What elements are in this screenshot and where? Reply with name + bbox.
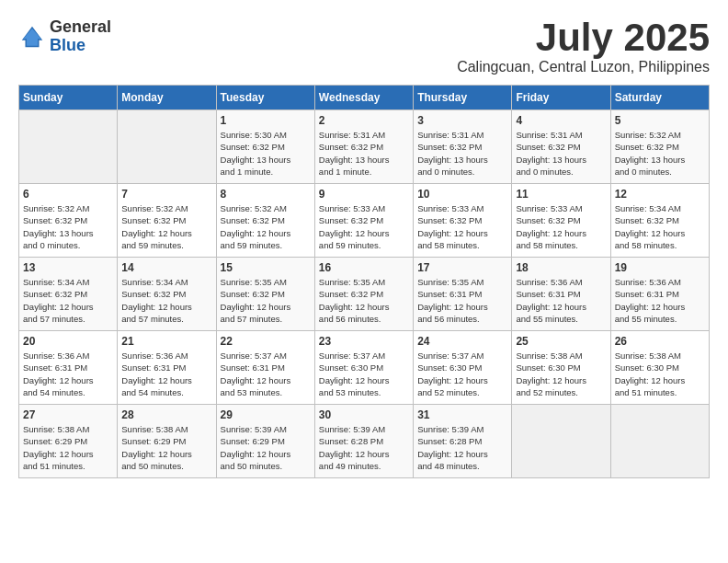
cell-info-text: Sunrise: 5:31 AM Sunset: 6:32 PM Dayligh…	[516, 129, 606, 178]
calendar-cell	[118, 110, 216, 184]
cell-info-text: Sunrise: 5:39 AM Sunset: 6:28 PM Dayligh…	[417, 423, 507, 472]
location-title: Calingcuan, Central Luzon, Philippines	[457, 59, 710, 75]
weekday-header-friday: Friday	[512, 86, 610, 110]
cell-info-text: Sunrise: 5:35 AM Sunset: 6:31 PM Dayligh…	[417, 276, 507, 325]
cell-info-text: Sunrise: 5:39 AM Sunset: 6:29 PM Dayligh…	[221, 423, 311, 472]
cell-day-number: 26	[615, 335, 705, 348]
cell-day-number: 28	[121, 408, 211, 421]
cell-day-number: 3	[417, 114, 507, 127]
cell-day-number: 14	[121, 261, 211, 274]
cell-day-number: 9	[319, 188, 409, 201]
title-block: July 2025 Calingcuan, Central Luzon, Phi…	[457, 18, 710, 75]
cell-day-number: 22	[221, 335, 311, 348]
calendar-cell	[512, 405, 610, 478]
weekday-row: SundayMondayTuesdayWednesdayThursdayFrid…	[19, 86, 710, 110]
cell-day-number: 6	[23, 188, 113, 201]
weekday-header-sunday: Sunday	[19, 86, 118, 110]
calendar-cell: 26Sunrise: 5:38 AM Sunset: 6:30 PM Dayli…	[610, 331, 709, 405]
cell-day-number: 12	[615, 188, 705, 201]
cell-info-text: Sunrise: 5:36 AM Sunset: 6:31 PM Dayligh…	[516, 276, 606, 325]
cell-day-number: 19	[615, 261, 705, 274]
cell-day-number: 13	[23, 261, 113, 274]
cell-day-number: 18	[516, 261, 606, 274]
cell-info-text: Sunrise: 5:36 AM Sunset: 6:31 PM Dayligh…	[121, 350, 211, 398]
cell-day-number: 27	[23, 408, 113, 421]
cell-info-text: Sunrise: 5:33 AM Sunset: 6:32 PM Dayligh…	[516, 202, 606, 251]
cell-info-text: Sunrise: 5:36 AM Sunset: 6:31 PM Dayligh…	[615, 276, 705, 325]
cell-info-text: Sunrise: 5:34 AM Sunset: 6:32 PM Dayligh…	[121, 276, 211, 325]
calendar-cell: 8Sunrise: 5:32 AM Sunset: 6:32 PM Daylig…	[216, 184, 314, 258]
calendar-week-5: 27Sunrise: 5:38 AM Sunset: 6:29 PM Dayli…	[19, 405, 710, 478]
calendar-header: SundayMondayTuesdayWednesdayThursdayFrid…	[19, 86, 710, 110]
calendar-body: 1Sunrise: 5:30 AM Sunset: 6:32 PM Daylig…	[19, 110, 710, 478]
calendar-cell: 4Sunrise: 5:31 AM Sunset: 6:32 PM Daylig…	[512, 110, 610, 184]
cell-info-text: Sunrise: 5:39 AM Sunset: 6:28 PM Dayligh…	[319, 423, 409, 472]
cell-info-text: Sunrise: 5:35 AM Sunset: 6:32 PM Dayligh…	[319, 276, 409, 325]
cell-info-text: Sunrise: 5:38 AM Sunset: 6:29 PM Dayligh…	[23, 423, 113, 472]
logo-blue-text: Blue	[50, 37, 111, 55]
calendar-cell: 21Sunrise: 5:36 AM Sunset: 6:31 PM Dayli…	[118, 331, 216, 405]
cell-day-number: 29	[221, 408, 311, 421]
calendar-cell: 1Sunrise: 5:30 AM Sunset: 6:32 PM Daylig…	[216, 110, 314, 184]
cell-info-text: Sunrise: 5:32 AM Sunset: 6:32 PM Dayligh…	[221, 202, 311, 251]
calendar-cell: 16Sunrise: 5:35 AM Sunset: 6:32 PM Dayli…	[314, 258, 413, 331]
cell-day-number: 25	[516, 335, 606, 348]
logo: General Blue	[18, 18, 111, 55]
cell-day-number: 20	[23, 335, 113, 348]
logo-general-text: General	[50, 18, 111, 37]
cell-info-text: Sunrise: 5:32 AM Sunset: 6:32 PM Dayligh…	[23, 202, 113, 251]
cell-info-text: Sunrise: 5:31 AM Sunset: 6:32 PM Dayligh…	[417, 129, 507, 178]
cell-info-text: Sunrise: 5:35 AM Sunset: 6:32 PM Dayligh…	[221, 276, 311, 325]
calendar-cell: 24Sunrise: 5:37 AM Sunset: 6:30 PM Dayli…	[414, 331, 512, 405]
calendar-cell: 12Sunrise: 5:34 AM Sunset: 6:32 PM Dayli…	[610, 184, 709, 258]
calendar-week-3: 13Sunrise: 5:34 AM Sunset: 6:32 PM Dayli…	[19, 258, 710, 331]
calendar-cell: 14Sunrise: 5:34 AM Sunset: 6:32 PM Dayli…	[118, 258, 216, 331]
cell-day-number: 8	[221, 188, 311, 201]
cell-info-text: Sunrise: 5:31 AM Sunset: 6:32 PM Dayligh…	[319, 129, 409, 178]
cell-info-text: Sunrise: 5:30 AM Sunset: 6:32 PM Dayligh…	[221, 129, 311, 178]
calendar-week-1: 1Sunrise: 5:30 AM Sunset: 6:32 PM Daylig…	[19, 110, 710, 184]
calendar-cell	[19, 110, 118, 184]
cell-info-text: Sunrise: 5:33 AM Sunset: 6:32 PM Dayligh…	[417, 202, 507, 251]
logo-icon	[18, 23, 46, 51]
cell-info-text: Sunrise: 5:32 AM Sunset: 6:32 PM Dayligh…	[615, 129, 705, 178]
cell-day-number: 15	[221, 261, 311, 274]
cell-info-text: Sunrise: 5:33 AM Sunset: 6:32 PM Dayligh…	[319, 202, 409, 251]
calendar-cell: 13Sunrise: 5:34 AM Sunset: 6:32 PM Dayli…	[19, 258, 118, 331]
calendar-cell: 30Sunrise: 5:39 AM Sunset: 6:28 PM Dayli…	[314, 405, 413, 478]
weekday-header-thursday: Thursday	[414, 86, 512, 110]
cell-day-number: 11	[516, 188, 606, 201]
cell-info-text: Sunrise: 5:37 AM Sunset: 6:31 PM Dayligh…	[221, 350, 311, 398]
calendar-cell: 17Sunrise: 5:35 AM Sunset: 6:31 PM Dayli…	[414, 258, 512, 331]
cell-day-number: 17	[417, 261, 507, 274]
weekday-header-wednesday: Wednesday	[314, 86, 413, 110]
cell-day-number: 10	[417, 188, 507, 201]
cell-day-number: 21	[121, 335, 211, 348]
weekday-header-saturday: Saturday	[610, 86, 709, 110]
calendar-cell: 27Sunrise: 5:38 AM Sunset: 6:29 PM Dayli…	[19, 405, 118, 478]
logo-text: General Blue	[50, 18, 111, 55]
page-header: General Blue July 2025 Calingcuan, Centr…	[18, 18, 710, 75]
calendar-cell: 28Sunrise: 5:38 AM Sunset: 6:29 PM Dayli…	[118, 405, 216, 478]
calendar-cell: 11Sunrise: 5:33 AM Sunset: 6:32 PM Dayli…	[512, 184, 610, 258]
calendar-week-4: 20Sunrise: 5:36 AM Sunset: 6:31 PM Dayli…	[19, 331, 710, 405]
calendar-cell: 22Sunrise: 5:37 AM Sunset: 6:31 PM Dayli…	[216, 331, 314, 405]
calendar-cell	[610, 405, 709, 478]
calendar-cell: 7Sunrise: 5:32 AM Sunset: 6:32 PM Daylig…	[118, 184, 216, 258]
calendar-cell: 25Sunrise: 5:38 AM Sunset: 6:30 PM Dayli…	[512, 331, 610, 405]
cell-day-number: 31	[417, 408, 507, 421]
calendar-table: SundayMondayTuesdayWednesdayThursdayFrid…	[18, 85, 710, 478]
cell-info-text: Sunrise: 5:36 AM Sunset: 6:31 PM Dayligh…	[23, 350, 113, 398]
month-title: July 2025	[457, 18, 710, 57]
calendar-cell: 2Sunrise: 5:31 AM Sunset: 6:32 PM Daylig…	[314, 110, 413, 184]
calendar-cell: 6Sunrise: 5:32 AM Sunset: 6:32 PM Daylig…	[19, 184, 118, 258]
cell-info-text: Sunrise: 5:37 AM Sunset: 6:30 PM Dayligh…	[319, 350, 409, 398]
cell-day-number: 5	[615, 114, 705, 127]
cell-day-number: 23	[319, 335, 409, 348]
cell-day-number: 2	[319, 114, 409, 127]
calendar-cell: 19Sunrise: 5:36 AM Sunset: 6:31 PM Dayli…	[610, 258, 709, 331]
cell-info-text: Sunrise: 5:37 AM Sunset: 6:30 PM Dayligh…	[417, 350, 507, 398]
calendar-cell: 10Sunrise: 5:33 AM Sunset: 6:32 PM Dayli…	[414, 184, 512, 258]
calendar-cell: 31Sunrise: 5:39 AM Sunset: 6:28 PM Dayli…	[414, 405, 512, 478]
cell-info-text: Sunrise: 5:38 AM Sunset: 6:30 PM Dayligh…	[516, 350, 606, 398]
